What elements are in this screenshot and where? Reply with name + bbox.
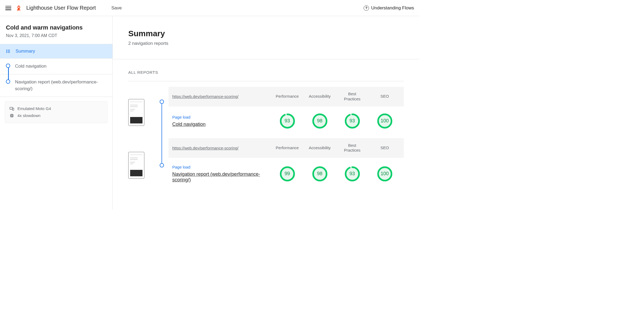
column-header: BestPractices (337, 143, 368, 153)
score-gauge[interactable]: 98 (312, 114, 327, 129)
summary-subtitle: 2 navigation reports (128, 41, 419, 46)
score-value: 100 (377, 166, 392, 181)
column-header: BestPractices (337, 92, 368, 102)
sidebar-step-navigation-report[interactable]: Navigation report (web.dev/performance-s… (0, 74, 112, 97)
score-value: 99 (280, 166, 295, 181)
step-kind-label: Page load (172, 165, 270, 169)
summary-title: Summary (128, 29, 419, 38)
save-button[interactable]: Save (111, 5, 122, 11)
svg-point-5 (6, 52, 7, 53)
step-name-link[interactable]: Cold navigation (172, 122, 206, 127)
help-icon: ? (364, 5, 369, 11)
score-value: 93 (280, 114, 295, 129)
help-link-label: Understanding Flows (371, 5, 414, 11)
svg-rect-7 (10, 107, 13, 109)
step-kind-label: Page load (172, 115, 270, 119)
score-gauge[interactable]: 98 (312, 166, 327, 181)
sidebar-item-label: Summary (16, 49, 35, 54)
flow-date: Nov 3, 2021, 7:00 AM CDT (6, 33, 107, 38)
sidebar-item-label: Navigation report (web.dev/performance-s… (15, 79, 107, 92)
lighthouse-logo-icon (16, 5, 21, 11)
sidebar: Cold and warm navigations Nov 3, 2021, 7… (0, 16, 113, 210)
device-label: Emulated Moto G4 (17, 106, 51, 111)
svg-point-1 (6, 50, 7, 50)
screenshot-thumbnail[interactable] (128, 152, 144, 179)
score-gauge[interactable]: 100 (377, 114, 392, 129)
flow-header: Cold and warm navigations Nov 3, 2021, 7… (0, 16, 112, 44)
screenshot-thumbnail[interactable] (128, 99, 144, 126)
device-info-box: Emulated Moto G4 4x slowdown (5, 101, 108, 123)
report-url-link[interactable]: https://web.dev/performance-scoring/ (172, 146, 270, 150)
app-title: Lighthouse User Flow Report (26, 5, 96, 11)
score-value: 93 (345, 166, 360, 181)
url-header-row: https://web.dev/performance-scoring/ Per… (169, 138, 404, 158)
score-value: 98 (312, 166, 327, 181)
report-step-row: Page load Navigation report (web.dev/per… (169, 158, 404, 192)
main-content: Summary 2 navigation reports ALL REPORTS (113, 16, 419, 210)
device-icon (9, 106, 14, 111)
step-marker-icon (6, 64, 10, 68)
score-gauge[interactable]: 93 (345, 166, 360, 181)
report-block: https://web.dev/performance-scoring/ Per… (128, 138, 404, 193)
sidebar-item-label: Cold navigation (15, 63, 46, 70)
svg-point-3 (6, 51, 7, 52)
score-gauge[interactable]: 99 (280, 166, 295, 181)
score-gauge[interactable]: 93 (280, 114, 295, 129)
score-gauge[interactable]: 93 (345, 114, 360, 129)
score-value: 100 (377, 114, 392, 129)
score-gauge[interactable]: 100 (377, 166, 392, 181)
flow-title: Cold and warm navigations (6, 24, 107, 31)
step-name-link[interactable]: Navigation report (web.dev/performance-s… (172, 171, 260, 182)
column-header: Accessibility (304, 145, 335, 151)
topbar: Lighthouse User Flow Report Save ? Under… (0, 0, 419, 16)
column-header: SEO (369, 94, 400, 99)
cpu-icon (9, 113, 14, 118)
timeline-marker-icon (160, 163, 164, 167)
sidebar-step-cold-navigation[interactable]: Cold navigation (0, 58, 112, 74)
timeline-marker-icon (160, 100, 164, 104)
svg-rect-0 (18, 6, 19, 8)
column-header: Accessibility (304, 94, 335, 99)
report-url-link[interactable]: https://web.dev/performance-scoring/ (172, 94, 270, 99)
help-link[interactable]: ? Understanding Flows (364, 5, 414, 11)
score-value: 93 (345, 114, 360, 129)
step-marker-icon (6, 79, 10, 84)
column-header: Performance (272, 94, 303, 99)
summary-list-icon (6, 49, 11, 54)
report-step-row: Page load Cold navigation 93 98 93 (169, 107, 404, 138)
sidebar-item-summary[interactable]: Summary (0, 44, 112, 58)
column-header: Performance (272, 145, 303, 151)
column-header: SEO (369, 145, 400, 151)
hamburger-menu-icon[interactable] (5, 6, 11, 10)
score-value: 98 (312, 114, 327, 129)
report-block: https://web.dev/performance-scoring/ Per… (128, 87, 404, 138)
url-header-row: https://web.dev/performance-scoring/ Per… (169, 87, 404, 107)
svg-rect-10 (11, 114, 13, 117)
throttle-label: 4x slowdown (17, 113, 41, 118)
svg-rect-11 (11, 115, 13, 116)
all-reports-heading: ALL REPORTS (128, 70, 404, 75)
